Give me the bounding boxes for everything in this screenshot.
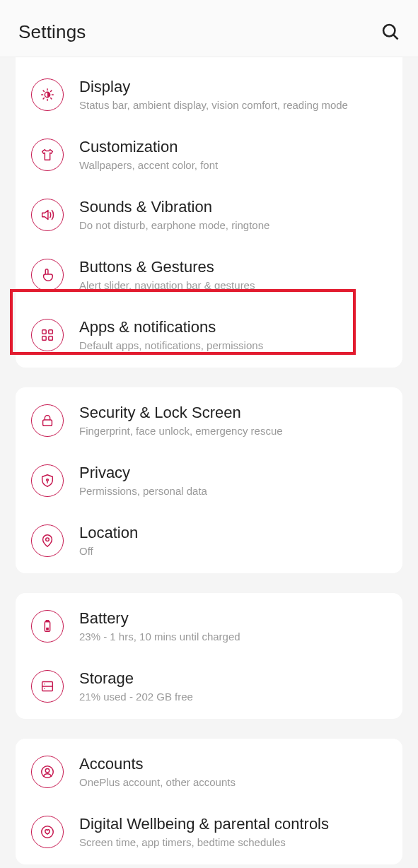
item-subtitle: Off	[79, 544, 138, 558]
item-subtitle: Wallpapers, accent color, font	[79, 158, 218, 172]
svg-rect-11	[46, 620, 49, 621]
settings-group: Accounts OnePlus account, other accounts…	[16, 739, 402, 864]
settings-group: Display Status bar, ambient display, vis…	[16, 57, 402, 368]
header: Settings	[0, 0, 418, 57]
svg-rect-6	[49, 336, 53, 340]
item-title: Customization	[79, 137, 218, 157]
item-subtitle: Screen time, app timers, bedtime schedul…	[79, 835, 329, 850]
settings-item-wellbeing[interactable]: Digital Wellbeing & parental controls Sc…	[16, 802, 402, 862]
lock-icon	[31, 404, 64, 437]
settings-item-customization[interactable]: Customization Wallpapers, accent color, …	[16, 124, 402, 184]
svg-point-19	[42, 826, 54, 838]
svg-point-0	[383, 25, 395, 36]
svg-point-15	[44, 684, 45, 684]
item-subtitle: Default apps, notifications, permissions	[79, 339, 263, 353]
accounts-icon	[31, 756, 64, 788]
settings-item-accounts[interactable]: Accounts OnePlus account, other accounts	[16, 741, 402, 802]
item-title: Display	[79, 77, 348, 97]
location-icon	[31, 524, 64, 557]
storage-icon	[31, 670, 64, 703]
settings-item-sounds[interactable]: Sounds & Vibration Do not disturb, earph…	[16, 184, 402, 245]
settings-groups: Display Status bar, ambient display, vis…	[0, 57, 418, 864]
item-title: Battery	[79, 609, 240, 628]
item-subtitle: Alert slider, navigation bar & gestures	[79, 278, 255, 293]
settings-group: Battery 23% - 1 hrs, 10 mins until charg…	[16, 593, 402, 719]
svg-rect-12	[46, 627, 49, 630]
shield-icon	[31, 464, 64, 497]
svg-line-1	[393, 35, 397, 39]
item-subtitle: Do not disturb, earphone mode, ringtone	[79, 218, 269, 233]
svg-rect-4	[49, 329, 53, 334]
settings-item-display[interactable]: Display Status bar, ambient display, vis…	[16, 64, 402, 124]
svg-rect-3	[42, 329, 46, 334]
item-title: Privacy	[79, 463, 207, 483]
item-subtitle: 21% used - 202 GB free	[79, 690, 193, 704]
item-title: Apps & notifications	[79, 317, 263, 337]
settings-item-storage[interactable]: Storage 21% used - 202 GB free	[16, 656, 402, 716]
item-subtitle: 23% - 1 hrs, 10 mins until charged	[79, 630, 240, 644]
item-subtitle: Status bar, ambient display, vision comf…	[79, 98, 348, 112]
item-title: Digital Wellbeing & parental controls	[79, 814, 329, 834]
battery-icon	[31, 610, 64, 643]
wellbeing-icon	[31, 816, 64, 848]
settings-item-battery[interactable]: Battery 23% - 1 hrs, 10 mins until charg…	[16, 596, 402, 656]
item-title: Accounts	[79, 754, 236, 774]
item-title: Sounds & Vibration	[79, 197, 269, 217]
svg-point-16	[44, 688, 45, 688]
svg-point-18	[45, 768, 50, 773]
settings-group: Security & Lock Screen Fingerprint, face…	[16, 387, 402, 573]
apps-icon	[31, 319, 64, 351]
sound-icon	[31, 199, 64, 231]
svg-rect-5	[42, 336, 46, 340]
item-subtitle: Fingerprint, face unlock, emergency resc…	[79, 424, 283, 438]
search-icon	[381, 22, 400, 42]
item-title: Location	[79, 523, 138, 543]
shirt-icon	[31, 139, 64, 171]
brightness-icon	[31, 78, 64, 111]
item-title: Storage	[79, 669, 193, 688]
page-title: Settings	[18, 21, 86, 43]
svg-rect-7	[43, 420, 52, 426]
svg-point-9	[46, 537, 50, 541]
settings-item-security[interactable]: Security & Lock Screen Fingerprint, face…	[16, 390, 402, 450]
item-title: Buttons & Gestures	[79, 257, 255, 277]
search-button[interactable]	[378, 20, 402, 44]
settings-item-buttons[interactable]: Buttons & Gestures Alert slider, navigat…	[16, 245, 402, 305]
touch-icon	[31, 259, 64, 291]
item-subtitle: OnePlus account, other accounts	[79, 775, 236, 790]
settings-item-apps[interactable]: Apps & notifications Default apps, notif…	[16, 305, 402, 365]
settings-item-privacy[interactable]: Privacy Permissions, personal data	[16, 450, 402, 510]
item-subtitle: Permissions, personal data	[79, 484, 207, 498]
item-title: Security & Lock Screen	[79, 403, 283, 423]
settings-item-location[interactable]: Location Off	[16, 510, 402, 570]
